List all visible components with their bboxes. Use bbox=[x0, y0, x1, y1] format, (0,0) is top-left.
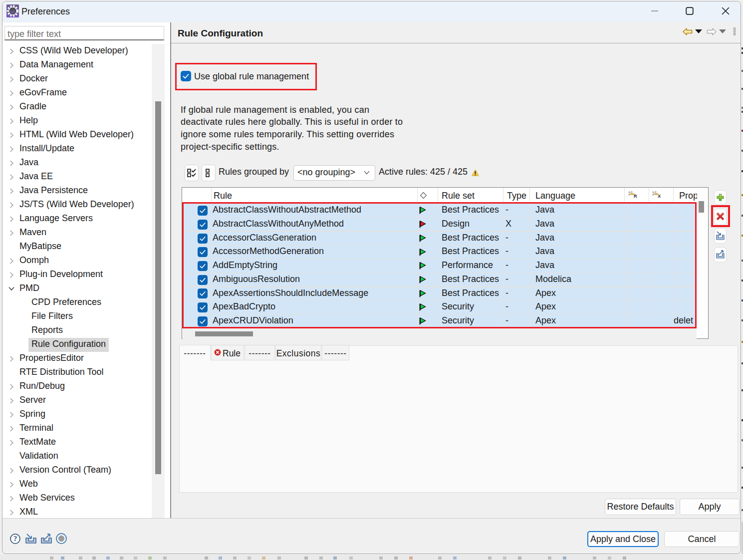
svg-text:X: X bbox=[658, 194, 661, 198]
svg-text:?: ? bbox=[13, 535, 17, 543]
svg-text:R: R bbox=[634, 194, 637, 198]
